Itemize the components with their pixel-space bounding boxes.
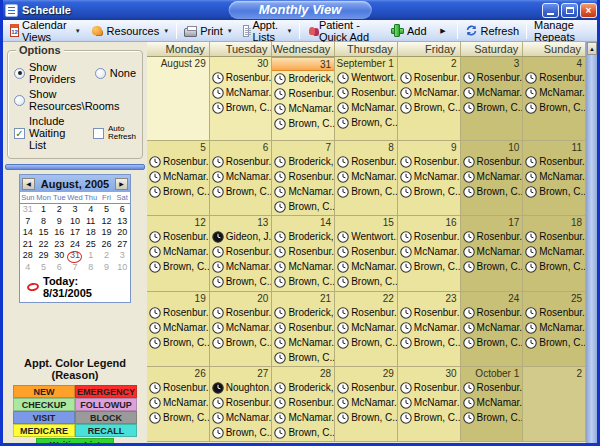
appointment[interactable]: McNamar... [272,259,334,274]
radio-show-providers[interactable]: Show Providers [14,61,81,85]
mini-cal-day[interactable]: 18 [83,227,99,239]
day-cell[interactable]: 30Rosenbur...McNamar...Brown, C... [210,57,273,141]
appointment[interactable]: McNamar... [461,395,523,410]
day-cell[interactable]: 15Wentwort...Rosenbur...McNamar...Brown,… [335,216,398,292]
appointment[interactable]: McNamar... [335,259,397,274]
add-button[interactable]: Add [386,22,432,39]
day-cell[interactable]: 13Gideon, J...Rosenbur...McNamar...Brown… [210,216,273,292]
day-cell[interactable]: October 1Rosenbur...McNamar...Brown, C..… [461,367,524,442]
appointment[interactable]: Rosenbur... [210,154,272,169]
appointment[interactable]: Brown, C... [523,184,585,199]
appointment[interactable]: Rosenbur... [523,229,585,244]
appointment[interactable]: McNamar... [210,410,272,425]
mini-cal-day[interactable]: 31 [67,250,83,262]
mini-cal-day[interactable]: 9 [99,262,115,274]
day-cell[interactable]: 23Rosenbur...McNamar...Brown, C... [398,292,461,367]
next-month-button[interactable]: ▶ [115,178,128,190]
appointment[interactable]: McNamar... [335,100,397,115]
day-cell[interactable]: 31Broderick,...Rosenbur...McNamar...Brow… [272,57,335,141]
mini-cal-day[interactable]: 22 [36,239,52,251]
appointment[interactable]: Rosenbur... [210,70,272,85]
appointment[interactable]: Rosenbur... [523,305,585,320]
resources-button[interactable]: Resources▼ [86,22,175,39]
appointment[interactable]: Rosenbur... [335,244,397,259]
appointment[interactable]: Rosenbur... [335,380,397,395]
appointment[interactable]: Rosenbur... [335,85,397,100]
appointment[interactable]: McNamar... [398,244,460,259]
mini-cal-day[interactable]: 28 [20,250,36,262]
appointment[interactable]: Rosenbur... [398,305,460,320]
appointment[interactable]: Brown, C... [398,410,460,425]
scroll-up-button[interactable]: ▲ [587,42,597,55]
appointment[interactable]: McNamar... [335,395,397,410]
mini-cal-day[interactable]: 4 [20,262,36,274]
appointment[interactable]: Rosenbur... [147,380,209,395]
day-cell[interactable]: September 1Wentwort...Rosenbur...McNamar… [335,57,398,141]
appointment[interactable]: McNamar... [147,320,209,335]
day-cell[interactable]: 20Rosenbur...McNamar...Brown, C... [210,292,273,367]
appointment[interactable]: Broderick,... [272,71,334,86]
appointment[interactable]: McNamar... [210,320,272,335]
appointment[interactable]: Rosenbur... [335,154,397,169]
mini-cal-day[interactable]: 10 [114,262,130,274]
appointment[interactable]: Rosenbur... [461,70,523,85]
appointment[interactable]: McNamar... [147,169,209,184]
day-cell[interactable]: 11Rosenbur...McNamar...Brown, C... [523,141,586,216]
appointment[interactable]: Brown, C... [272,425,334,440]
mini-cal-day[interactable]: 15 [36,227,52,239]
appointment[interactable]: Rosenbur... [461,154,523,169]
appointment[interactable]: Rosenbur... [272,86,334,101]
mini-cal-day[interactable]: 2 [99,250,115,262]
minimize-button[interactable] [542,3,559,18]
day-cell[interactable]: 14Broderick,...Rosenbur...McNamar...Brow… [272,216,335,292]
day-cell[interactable]: 9Rosenbur...McNamar...Brown, C... [398,141,461,216]
appointment[interactable]: McNamar... [523,85,585,100]
day-cell[interactable]: 10Rosenbur...McNamar...Brown, C... [461,141,524,216]
appointment[interactable]: Rosenbur... [461,380,523,395]
mini-cal-day[interactable]: 7 [67,262,83,274]
mini-cal-day[interactable]: 4 [83,204,99,216]
mini-cal-day[interactable]: 13 [114,216,130,228]
mini-cal-day[interactable]: 30 [51,250,67,262]
appointment[interactable]: Brown, C... [210,274,272,289]
appointment[interactable]: Rosenbur... [210,244,272,259]
day-cell[interactable]: 19Rosenbur...McNamar...Brown, C... [147,292,210,367]
day-cell[interactable]: 4Rosenbur...McNamar...Brown, C... [523,57,586,141]
appointment[interactable]: Wentwort... [335,70,397,85]
appointment[interactable]: Brown, C... [147,335,209,350]
appointment[interactable]: McNamar... [272,184,334,199]
appointment[interactable]: Brown, C... [210,335,272,350]
appointment[interactable]: Rosenbur... [398,229,460,244]
mini-cal-day[interactable]: 27 [114,239,130,251]
mini-cal-day[interactable]: 11 [83,216,99,228]
appointment[interactable]: Brown, C... [272,199,334,214]
day-cell[interactable]: 6Rosenbur...McNamar...Brown, C... [210,141,273,216]
checkbox-auto-refresh[interactable]: AutoRefresh [93,125,136,141]
appointment[interactable]: McNamar... [461,320,523,335]
appointment[interactable]: Rosenbur... [398,154,460,169]
appointment[interactable]: Brown, C... [523,259,585,274]
day-cell[interactable]: 8Rosenbur...McNamar...Brown, C... [335,141,398,216]
appointment[interactable]: Brown, C... [210,425,272,440]
expand-button[interactable]: ▶ [432,22,455,39]
scrollbar-track[interactable] [587,55,597,446]
appointment[interactable]: Brown, C... [147,410,209,425]
appointment[interactable]: Rosenbur... [523,154,585,169]
print-button[interactable]: Print▼ [179,23,238,39]
appointment[interactable]: McNamar... [523,244,585,259]
appointment[interactable]: McNamar... [461,244,523,259]
mini-cal-day[interactable]: 20 [114,227,130,239]
mini-cal-day[interactable]: 6 [51,262,67,274]
day-cell[interactable]: 28Broderick,...Rosenbur...McNamar...Brow… [272,367,335,442]
mini-cal-day[interactable]: 25 [83,239,99,251]
appointment[interactable]: Brown, C... [461,100,523,115]
appointment[interactable]: McNamar... [523,320,585,335]
day-cell[interactable]: 25Rosenbur...McNamar...Brown, C... [523,292,586,367]
mini-cal-day[interactable]: 8 [83,262,99,274]
appointment[interactable]: McNamar... [461,85,523,100]
appointment[interactable]: Brown, C... [461,410,523,425]
appointment[interactable]: McNamar... [398,169,460,184]
appointment[interactable]: McNamar... [523,169,585,184]
day-cell[interactable]: 26Rosenbur...McNamar...Brown, C... [147,367,210,442]
mini-cal-day[interactable]: 8 [36,216,52,228]
